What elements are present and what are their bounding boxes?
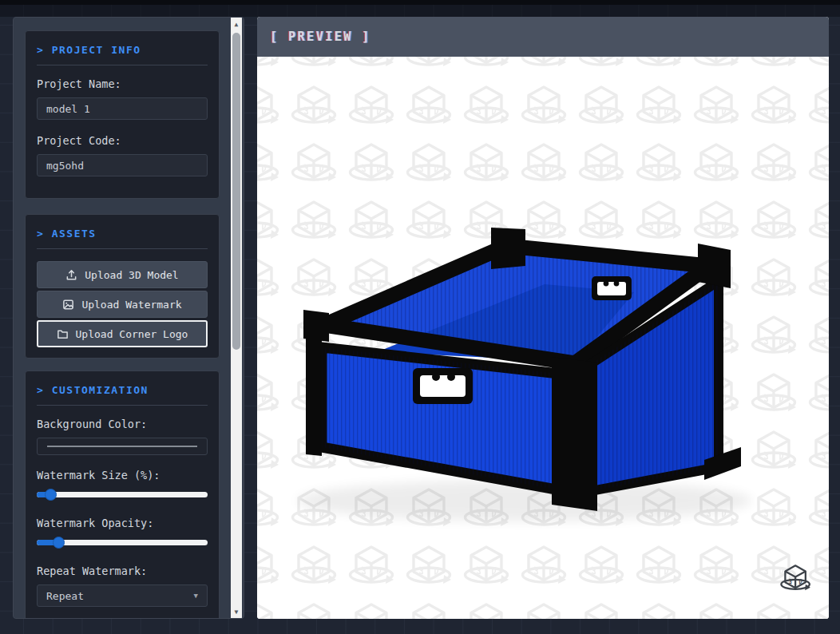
upload-3d-model-label: Upload 3D Model [85, 269, 178, 281]
preview-scene: 3 D [257, 57, 829, 619]
preview-title: [ PREVIEW ] [270, 30, 371, 44]
watermark-opacity-label: Watermark Opacity: [37, 517, 208, 529]
repeat-watermark-select[interactable]: Repeat ▼ [37, 584, 208, 607]
watermark-size-label: Watermark Size (%): [37, 469, 208, 481]
app-root: > PROJECT INFO Project Name: Project Cod… [0, 0, 840, 634]
project-code-label: Project Code: [37, 134, 208, 147]
folder-icon [57, 328, 69, 340]
watermark-opacity-slider[interactable] [37, 537, 208, 549]
preview-panel: [ PREVIEW ] 3 D [257, 17, 829, 619]
project-code-input[interactable] [37, 154, 208, 176]
project-name-input[interactable] [37, 97, 208, 120]
assets-title: > ASSETS [37, 226, 208, 240]
scrollbar-up-arrow[interactable]: ▲ [231, 19, 242, 30]
sidebar-scrollbar[interactable]: ▲ ▼ [231, 18, 242, 619]
crate-front-handle [413, 368, 473, 404]
sidebar: > PROJECT INFO Project Name: Project Cod… [13, 17, 244, 619]
scrollbar-thumb[interactable] [232, 33, 240, 350]
assets-panel: > ASSETS Upload 3D Model Upload Watermar… [25, 214, 220, 359]
watermark-size-slider-track[interactable] [37, 492, 208, 497]
upload-watermark-button[interactable]: Upload Watermark [37, 291, 208, 318]
watermark-opacity-slider-thumb[interactable] [53, 537, 65, 549]
repeat-watermark-value: Repeat [46, 590, 84, 602]
customization-title: > CUSTOMIZATION [37, 382, 208, 396]
divider [37, 65, 208, 65]
divider [37, 248, 208, 249]
preview-header: [ PREVIEW ] [257, 17, 829, 57]
project-info-title: > PROJECT INFO [37, 42, 208, 56]
scrollbar-down-arrow[interactable]: ▼ [231, 607, 242, 618]
upload-icon [65, 269, 77, 281]
preview-canvas[interactable]: 3 D [257, 57, 829, 619]
upload-3d-model-button[interactable]: Upload 3D Model [37, 261, 208, 288]
repeat-watermark-label: Repeat Watermark: [37, 565, 208, 577]
crate-inner-handle [592, 276, 632, 300]
divider [37, 405, 208, 406]
upload-corner-logo-button[interactable]: Upload Corner Logo [37, 320, 208, 347]
project-name-label: Project Name: [37, 77, 208, 90]
top-shade-strip [0, 5, 840, 17]
background-color-label: Background Color: [37, 418, 208, 430]
color-swatch-line [47, 446, 197, 447]
background-color-input[interactable] [37, 438, 208, 455]
watermark-size-slider[interactable] [37, 489, 208, 501]
project-info-panel: > PROJECT INFO Project Name: Project Cod… [25, 30, 220, 199]
upload-watermark-label: Upload Watermark [81, 299, 181, 311]
upload-corner-logo-label: Upload Corner Logo [76, 328, 188, 340]
watermark-size-slider-thumb[interactable] [45, 489, 57, 501]
image-icon [62, 299, 74, 311]
chevron-down-icon: ▼ [194, 592, 198, 600]
customization-panel: > CUSTOMIZATION Background Color: Waterm… [25, 370, 220, 619]
